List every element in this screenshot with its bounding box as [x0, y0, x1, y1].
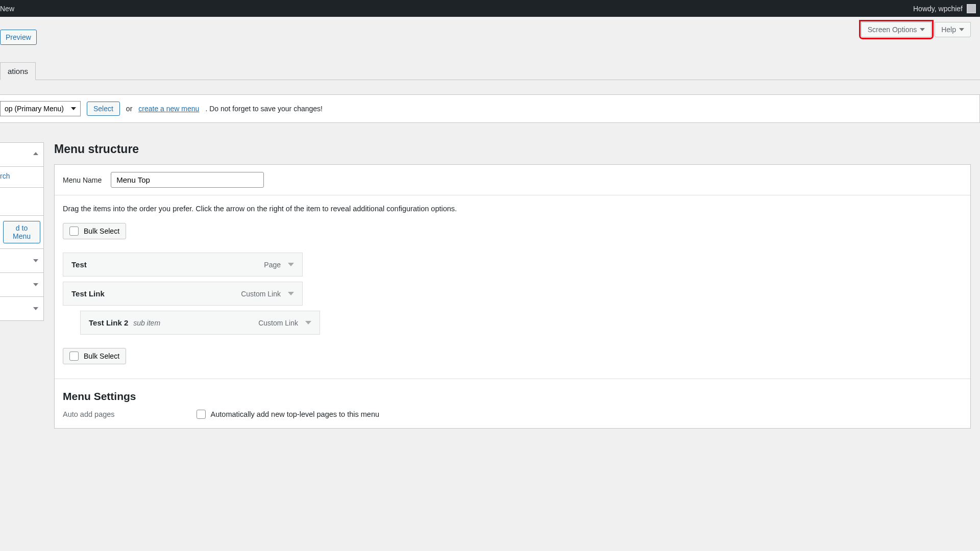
preview-wrap: Preview — [0, 30, 37, 45]
chevron-down-icon — [959, 28, 964, 31]
menu-name-input[interactable] — [111, 172, 264, 188]
menu-item-type: Custom Link — [241, 290, 281, 298]
chevron-down-icon[interactable] — [288, 263, 294, 266]
screen-options-button[interactable]: Screen Options — [861, 22, 932, 37]
divider — [55, 379, 970, 379]
chevron-down-icon — [71, 107, 76, 110]
sidebar-panel-expanded[interactable] — [0, 142, 44, 167]
chevron-down-icon — [920, 28, 925, 31]
admin-bar: New Howdy, wpchief — [0, 0, 980, 17]
main-wrap: rch d to Menu Menu structure Menu Name D… — [0, 142, 980, 429]
screen-options-label: Screen Options — [868, 26, 917, 34]
add-to-menu-button[interactable]: d to Menu — [3, 221, 40, 243]
chevron-down-icon — [33, 259, 38, 262]
sidebar-tab-search[interactable]: rch — [0, 166, 44, 188]
help-button[interactable]: Help — [935, 22, 971, 37]
bulk-select-label: Bulk Select — [84, 352, 119, 360]
bulk-select-button-bottom[interactable]: Bulk Select — [63, 348, 126, 364]
menu-item-type: Page — [264, 261, 281, 269]
menu-item-title: Test Link — [71, 289, 105, 298]
chevron-down-icon[interactable] — [288, 292, 294, 295]
menu-item[interactable]: Test Link Custom Link — [63, 282, 303, 306]
howdy-text[interactable]: Howdy, wpchief — [913, 5, 963, 13]
auto-add-label: Auto add pages — [63, 410, 115, 418]
menu-select-bar: op (Primary Menu) Select or create a new… — [0, 94, 980, 123]
create-menu-link[interactable]: create a new menu — [138, 105, 199, 113]
menu-item-sub: sub item — [133, 319, 160, 327]
auto-add-row: Auto add pages Automatically add new top… — [63, 410, 962, 419]
chevron-up-icon — [33, 152, 38, 155]
sidebar-panel-collapsed-1[interactable] — [0, 248, 44, 273]
help-label: Help — [941, 26, 956, 34]
sidebar-search-box[interactable] — [0, 187, 44, 216]
chevron-down-icon — [33, 307, 38, 310]
menu-name-row: Menu Name — [55, 165, 970, 195]
nav-tabs: ations — [0, 62, 980, 80]
menu-item[interactable]: Test Page — [63, 253, 303, 277]
chevron-down-icon — [33, 283, 38, 286]
bulk-select-label: Bulk Select — [84, 227, 119, 235]
menu-item-type: Custom Link — [258, 319, 298, 327]
admin-bar-left[interactable]: New — [0, 5, 14, 13]
select-button[interactable]: Select — [87, 102, 120, 116]
menu-item-title: Test — [71, 260, 87, 269]
select-suffix: . Do not forget to save your changes! — [205, 105, 323, 113]
checkbox-icon — [69, 352, 79, 361]
menu-settings-heading: Menu Settings — [63, 390, 962, 403]
menu-structure-heading: Menu structure — [54, 142, 971, 156]
checkbox-icon — [69, 227, 79, 236]
chevron-down-icon[interactable] — [305, 321, 311, 324]
menu-select-value: op (Primary Menu) — [5, 105, 64, 113]
checkbox-icon — [197, 410, 206, 419]
auto-add-text: Automatically add new top-level pages to… — [211, 410, 379, 418]
or-text: or — [126, 105, 132, 113]
sidebar-panel-collapsed-2[interactable] — [0, 272, 44, 297]
menu-structure-panel: Menu Name Drag the items into the order … — [54, 164, 971, 429]
bulk-select-button-top[interactable]: Bulk Select — [63, 223, 126, 239]
menu-item[interactable]: Test Link 2 sub item Custom Link — [80, 311, 320, 335]
sidebar-panel-collapsed-3[interactable] — [0, 296, 44, 321]
menu-structure-column: Menu structure Menu Name Drag the items … — [54, 142, 971, 429]
preview-button[interactable]: Preview — [0, 30, 37, 45]
structure-body: Drag the items into the order you prefer… — [55, 195, 970, 428]
menu-items-list: Test Page Test Link Custom Link — [63, 253, 962, 335]
nav-tab-active[interactable]: ations — [0, 62, 36, 80]
menu-name-label: Menu Name — [63, 176, 102, 184]
sidebar-add-wrap: d to Menu — [0, 215, 44, 249]
page-controls-row: Screen Options Help — [0, 17, 980, 37]
avatar[interactable] — [967, 4, 976, 13]
menu-item-title: Test Link 2 — [89, 318, 128, 327]
drag-instructions: Drag the items into the order you prefer… — [63, 205, 962, 213]
add-items-sidebar: rch d to Menu — [0, 142, 44, 429]
auto-add-checkbox[interactable]: Automatically add new top-level pages to… — [197, 410, 379, 419]
menu-select-dropdown[interactable]: op (Primary Menu) — [0, 101, 81, 116]
